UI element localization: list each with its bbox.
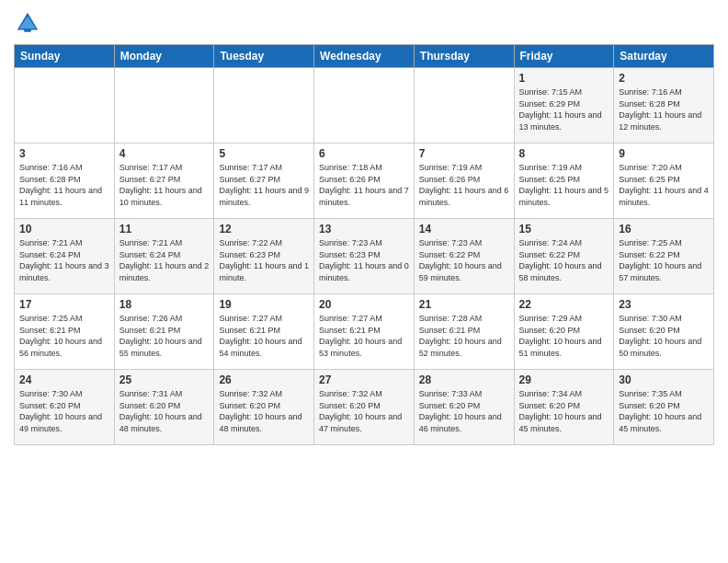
day-info: Sunrise: 7:21 AMSunset: 6:24 PMDaylight:…	[19, 237, 109, 283]
day-number: 12	[219, 223, 309, 236]
calendar-cell: 12Sunrise: 7:22 AMSunset: 6:23 PMDayligh…	[214, 219, 314, 294]
day-number: 25	[119, 373, 210, 386]
day-info: Sunrise: 7:16 AMSunset: 6:28 PMDaylight:…	[19, 162, 109, 208]
day-info: Sunrise: 7:26 AMSunset: 6:21 PMDaylight:…	[119, 313, 210, 359]
day-number: 1	[519, 72, 609, 85]
calendar-cell: 11Sunrise: 7:21 AMSunset: 6:24 PMDayligh…	[114, 219, 214, 294]
day-number: 18	[119, 298, 210, 311]
day-number: 15	[519, 223, 609, 236]
day-info: Sunrise: 7:17 AMSunset: 6:27 PMDaylight:…	[219, 162, 309, 208]
day-info: Sunrise: 7:16 AMSunset: 6:28 PMDaylight:…	[619, 86, 709, 132]
day-number: 16	[619, 223, 709, 236]
calendar-cell: 16Sunrise: 7:25 AMSunset: 6:22 PMDayligh…	[614, 219, 714, 294]
weekday-header-wednesday: Wednesday	[314, 45, 415, 68]
day-number: 22	[519, 298, 609, 311]
day-number: 24	[19, 373, 109, 386]
calendar-cell	[114, 68, 214, 144]
calendar-cell: 23Sunrise: 7:30 AMSunset: 6:20 PMDayligh…	[614, 294, 714, 370]
day-number: 21	[419, 298, 509, 311]
day-info: Sunrise: 7:31 AMSunset: 6:20 PMDaylight:…	[119, 388, 210, 434]
calendar-cell: 22Sunrise: 7:29 AMSunset: 6:20 PMDayligh…	[514, 294, 614, 370]
week-row-3: 10Sunrise: 7:21 AMSunset: 6:24 PMDayligh…	[15, 219, 714, 294]
day-info: Sunrise: 7:27 AMSunset: 6:21 PMDaylight:…	[319, 313, 409, 359]
day-info: Sunrise: 7:30 AMSunset: 6:20 PMDaylight:…	[19, 388, 109, 434]
day-number: 26	[219, 373, 309, 386]
calendar-cell: 26Sunrise: 7:32 AMSunset: 6:20 PMDayligh…	[214, 370, 314, 445]
day-number: 6	[319, 147, 409, 160]
weekday-header-friday: Friday	[514, 45, 614, 68]
calendar-cell: 13Sunrise: 7:23 AMSunset: 6:23 PMDayligh…	[314, 219, 415, 294]
day-info: Sunrise: 7:23 AMSunset: 6:23 PMDaylight:…	[319, 237, 409, 283]
calendar-cell: 9Sunrise: 7:20 AMSunset: 6:25 PMDaylight…	[614, 144, 714, 219]
calendar-cell: 3Sunrise: 7:16 AMSunset: 6:28 PMDaylight…	[15, 144, 115, 219]
calendar-cell: 18Sunrise: 7:26 AMSunset: 6:21 PMDayligh…	[114, 294, 214, 370]
day-info: Sunrise: 7:19 AMSunset: 6:26 PMDaylight:…	[419, 162, 509, 208]
calendar-cell: 2Sunrise: 7:16 AMSunset: 6:28 PMDaylight…	[614, 68, 714, 144]
calendar-cell	[15, 68, 115, 144]
day-info: Sunrise: 7:17 AMSunset: 6:27 PMDaylight:…	[119, 162, 210, 208]
day-info: Sunrise: 7:19 AMSunset: 6:25 PMDaylight:…	[519, 162, 609, 208]
calendar-cell: 14Sunrise: 7:23 AMSunset: 6:22 PMDayligh…	[414, 219, 514, 294]
calendar-cell: 15Sunrise: 7:24 AMSunset: 6:22 PMDayligh…	[514, 219, 614, 294]
day-number: 7	[419, 147, 509, 160]
day-number: 27	[319, 373, 409, 386]
week-row-2: 3Sunrise: 7:16 AMSunset: 6:28 PMDaylight…	[15, 144, 714, 219]
day-info: Sunrise: 7:35 AMSunset: 6:20 PMDaylight:…	[619, 388, 709, 434]
weekday-header-monday: Monday	[114, 45, 214, 68]
calendar-cell: 5Sunrise: 7:17 AMSunset: 6:27 PMDaylight…	[214, 144, 314, 219]
weekday-header-row: SundayMondayTuesdayWednesdayThursdayFrid…	[15, 45, 714, 68]
logo	[14, 9, 45, 37]
week-row-4: 17Sunrise: 7:25 AMSunset: 6:21 PMDayligh…	[15, 294, 714, 370]
day-number: 10	[19, 223, 109, 236]
day-number: 9	[619, 147, 709, 160]
logo-icon	[14, 9, 41, 37]
day-number: 23	[619, 298, 709, 311]
day-number: 28	[419, 373, 509, 386]
calendar-cell: 28Sunrise: 7:33 AMSunset: 6:20 PMDayligh…	[414, 370, 514, 445]
calendar-cell	[214, 68, 314, 144]
day-number: 5	[219, 147, 309, 160]
calendar-cell: 30Sunrise: 7:35 AMSunset: 6:20 PMDayligh…	[614, 370, 714, 445]
header	[14, 9, 714, 37]
calendar-cell: 19Sunrise: 7:27 AMSunset: 6:21 PMDayligh…	[214, 294, 314, 370]
calendar-cell: 1Sunrise: 7:15 AMSunset: 6:29 PMDaylight…	[514, 68, 614, 144]
week-row-1: 1Sunrise: 7:15 AMSunset: 6:29 PMDaylight…	[15, 68, 714, 144]
day-info: Sunrise: 7:34 AMSunset: 6:20 PMDaylight:…	[519, 388, 609, 434]
calendar-cell: 17Sunrise: 7:25 AMSunset: 6:21 PMDayligh…	[15, 294, 115, 370]
day-info: Sunrise: 7:27 AMSunset: 6:21 PMDaylight:…	[219, 313, 309, 359]
day-number: 4	[119, 147, 210, 160]
calendar-cell	[314, 68, 415, 144]
day-info: Sunrise: 7:15 AMSunset: 6:29 PMDaylight:…	[519, 86, 609, 132]
day-number: 14	[419, 223, 509, 236]
calendar-cell: 24Sunrise: 7:30 AMSunset: 6:20 PMDayligh…	[15, 370, 115, 445]
day-info: Sunrise: 7:29 AMSunset: 6:20 PMDaylight:…	[519, 313, 609, 359]
weekday-header-saturday: Saturday	[614, 45, 714, 68]
day-info: Sunrise: 7:24 AMSunset: 6:22 PMDaylight:…	[519, 237, 609, 283]
day-number: 30	[619, 373, 709, 386]
weekday-header-tuesday: Tuesday	[214, 45, 314, 68]
day-info: Sunrise: 7:20 AMSunset: 6:25 PMDaylight:…	[619, 162, 709, 208]
day-info: Sunrise: 7:32 AMSunset: 6:20 PMDaylight:…	[319, 388, 409, 434]
day-number: 11	[119, 223, 210, 236]
day-info: Sunrise: 7:21 AMSunset: 6:24 PMDaylight:…	[119, 237, 210, 283]
day-info: Sunrise: 7:33 AMSunset: 6:20 PMDaylight:…	[419, 388, 509, 434]
day-info: Sunrise: 7:23 AMSunset: 6:22 PMDaylight:…	[419, 237, 509, 283]
day-number: 20	[319, 298, 409, 311]
weekday-header-thursday: Thursday	[414, 45, 514, 68]
calendar-cell: 20Sunrise: 7:27 AMSunset: 6:21 PMDayligh…	[314, 294, 415, 370]
calendar-cell: 21Sunrise: 7:28 AMSunset: 6:21 PMDayligh…	[414, 294, 514, 370]
day-info: Sunrise: 7:18 AMSunset: 6:26 PMDaylight:…	[319, 162, 409, 208]
calendar-cell: 4Sunrise: 7:17 AMSunset: 6:27 PMDaylight…	[114, 144, 214, 219]
page-container: SundayMondayTuesdayWednesdayThursdayFrid…	[0, 0, 728, 454]
day-number: 17	[19, 298, 109, 311]
day-info: Sunrise: 7:25 AMSunset: 6:22 PMDaylight:…	[619, 237, 709, 283]
day-info: Sunrise: 7:32 AMSunset: 6:20 PMDaylight:…	[219, 388, 309, 434]
day-number: 19	[219, 298, 309, 311]
calendar-cell: 7Sunrise: 7:19 AMSunset: 6:26 PMDaylight…	[414, 144, 514, 219]
calendar-cell: 25Sunrise: 7:31 AMSunset: 6:20 PMDayligh…	[114, 370, 214, 445]
calendar-cell: 6Sunrise: 7:18 AMSunset: 6:26 PMDaylight…	[314, 144, 415, 219]
day-info: Sunrise: 7:30 AMSunset: 6:20 PMDaylight:…	[619, 313, 709, 359]
calendar-cell: 10Sunrise: 7:21 AMSunset: 6:24 PMDayligh…	[15, 219, 115, 294]
calendar-cell: 29Sunrise: 7:34 AMSunset: 6:20 PMDayligh…	[514, 370, 614, 445]
day-number: 3	[19, 147, 109, 160]
